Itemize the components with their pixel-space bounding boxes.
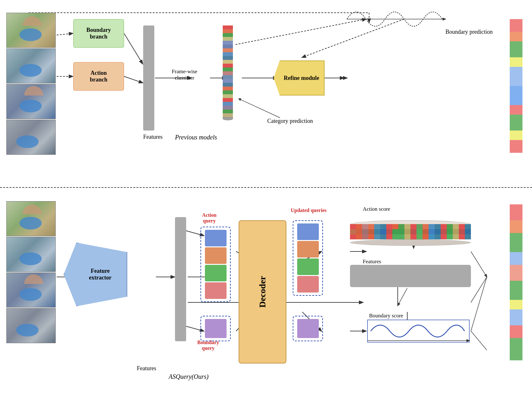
updated-queries-group (293, 220, 323, 296)
video-frame-2 (6, 48, 56, 83)
features-middle-label: Features (363, 258, 381, 265)
right-color-bar-top (510, 19, 522, 153)
category-strip (223, 25, 233, 120)
asquery-label: ASQuery(Ours) (169, 373, 209, 380)
features-h-bar (350, 265, 471, 287)
video-frame-1 (6, 13, 56, 48)
action-query-group (200, 227, 231, 302)
updated-queries-label: Updated queries (290, 208, 328, 213)
boundary-branch-box: Boundary branch (73, 19, 124, 48)
boundary-prediction-label: Boundary prediction (445, 29, 493, 35)
decoder-box: Decoder (239, 220, 286, 364)
video-frame-b1 (6, 201, 56, 236)
video-frame-4 (6, 120, 56, 155)
main-diagram: Boundary branch Action branch Frame-wise… (0, 0, 532, 410)
action-query-label: Action query (202, 212, 216, 224)
features-label-top: Features (143, 134, 163, 140)
boundary-score-label: Boundary score (369, 313, 403, 319)
frame-wise-label: Frame-wise classifier (156, 68, 213, 81)
bottom-section: Feature extractor Action query Boundary … (0, 188, 532, 410)
video-frame-b2 (6, 237, 56, 272)
action-score-area (350, 220, 471, 246)
category-prediction-label: Category prediction (267, 118, 313, 124)
boundary-query-label: Boundary query (197, 340, 219, 351)
features-label-bottom: Features (137, 365, 156, 372)
video-frame-b3 (6, 272, 56, 308)
action-branch-label: Action branch (90, 70, 107, 83)
action-score-label: Action score (363, 206, 390, 212)
bottom-feature-bar (175, 217, 186, 341)
action-branch-box: Action branch (73, 62, 124, 91)
previous-models-label: Previous models (175, 134, 217, 141)
top-section: Boundary branch Action branch Frame-wise… (0, 0, 532, 188)
top-feature-bar (143, 25, 154, 131)
refine-module-box: Refine module (274, 60, 325, 95)
right-color-bar-bottom (510, 204, 522, 360)
boundary-branch-label: Boundary branch (86, 27, 111, 40)
video-frame-3 (6, 84, 56, 119)
video-frames-top (6, 13, 56, 155)
video-frames-bottom (6, 201, 56, 343)
video-frame-b4 (6, 308, 56, 343)
feature-extractor-box: Feature extractor (64, 243, 127, 306)
boundary-query-group (200, 316, 231, 341)
updated-boundary-group (293, 316, 323, 341)
